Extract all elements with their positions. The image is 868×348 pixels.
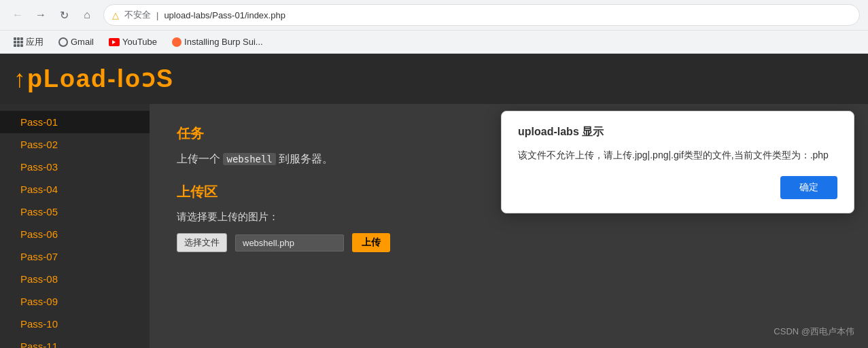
alert-ok-button[interactable]: 确定 xyxy=(780,176,837,199)
back-button[interactable]: ← xyxy=(8,5,27,24)
alert-overlay: upload-labs 显示 该文件不允许上传，请上传.jpg|.png|.gi… xyxy=(0,104,868,348)
url-text: upload-labs/Pass-01/index.php xyxy=(164,10,851,20)
bookmarks-bar: 应用 Gmail YouTube Installing Burp Sui... xyxy=(0,30,868,53)
reload-button[interactable]: ↻ xyxy=(54,5,73,24)
home-button[interactable]: ⌂ xyxy=(77,5,97,24)
browser-window: ← → ↻ ⌂ △ 不安全 | upload-labs/Pass-01/inde… xyxy=(0,0,868,348)
bookmark-youtube-label: YouTube xyxy=(122,37,157,47)
site-header: ↑pLoad-loɔS xyxy=(0,54,868,104)
content-area: Pass-01 Pass-02 Pass-03 Pass-04 Pass-05 … xyxy=(0,104,868,348)
apps-icon xyxy=(14,37,23,47)
bookmark-gmail-label: Gmail xyxy=(71,37,94,47)
bookmark-youtube[interactable]: YouTube xyxy=(103,35,162,49)
insecure-label: 不安全 xyxy=(124,9,151,21)
youtube-icon xyxy=(109,38,120,46)
bookmark-burp-label: Installing Burp Sui... xyxy=(184,37,263,47)
bookmark-gmail[interactable]: Gmail xyxy=(53,35,99,49)
alert-title: upload-labs 显示 xyxy=(518,125,837,139)
insecure-icon: △ xyxy=(112,10,119,20)
separator: | xyxy=(156,10,158,20)
globe-icon xyxy=(58,37,68,47)
bookmark-apps-label: 应用 xyxy=(26,36,44,48)
address-bar[interactable]: △ 不安全 | upload-labs/Pass-01/index.php xyxy=(103,4,860,26)
forward-button[interactable]: → xyxy=(31,5,50,24)
site-logo: ↑pLoad-loɔS xyxy=(14,65,174,93)
bookmark-apps[interactable]: 应用 xyxy=(8,34,49,50)
top-bar: ← → ↻ ⌂ △ 不安全 | upload-labs/Pass-01/inde… xyxy=(0,0,868,30)
alert-dialog: upload-labs 显示 该文件不允许上传，请上传.jpg|.png|.gi… xyxy=(501,111,854,213)
alert-footer: 确定 xyxy=(518,176,837,199)
browser-chrome: ← → ↻ ⌂ △ 不安全 | upload-labs/Pass-01/inde… xyxy=(0,0,868,54)
bookmark-burp[interactable]: Installing Burp Sui... xyxy=(167,35,268,49)
burp-icon xyxy=(172,37,181,47)
page-body: ↑pLoad-loɔS Pass-01 Pass-02 Pass-03 Pass… xyxy=(0,54,868,348)
nav-buttons: ← → ↻ ⌂ xyxy=(8,5,97,24)
alert-message: 该文件不允许上传，请上传.jpg|.png|.gif类型的文件,当前文件类型为：… xyxy=(518,147,837,162)
